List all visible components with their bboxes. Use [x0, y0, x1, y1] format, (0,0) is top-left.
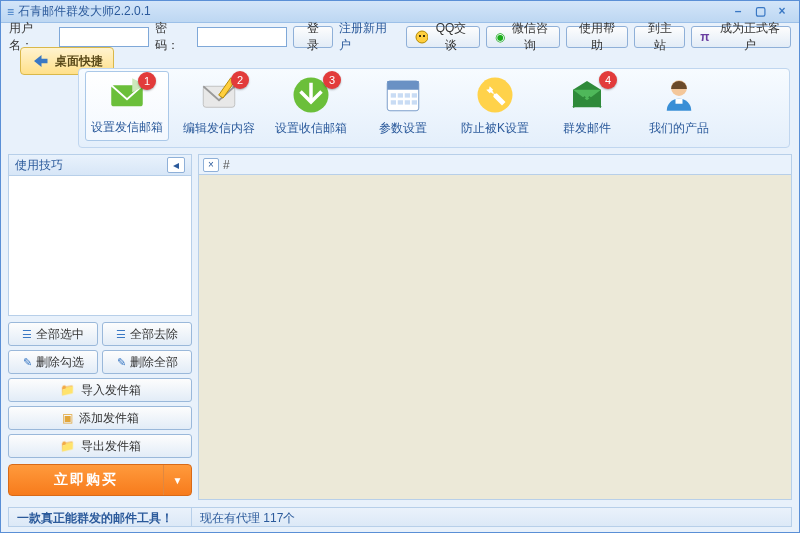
wechat-consult-button[interactable]: ◉ 微信咨询: [486, 26, 561, 48]
toolbtn-label: 防止被K设置: [461, 120, 529, 137]
side-panel: 使用技巧 ◂ ☰全部选中 ☰全部去除 ✎删除勾选 ✎删除全部 📁导入发件箱 ▣添…: [8, 154, 192, 500]
toolbtn-label: 设置发信邮箱: [91, 119, 163, 136]
plus-box-icon: ▣: [62, 411, 73, 425]
param-settings-icon: [382, 74, 424, 116]
qq-chat-button[interactable]: QQ交谈: [406, 26, 480, 48]
toolbtn-param-settings[interactable]: 参数设置: [361, 71, 445, 141]
svg-rect-15: [398, 100, 403, 104]
tips-header: 使用技巧 ◂: [8, 154, 192, 176]
app-icon: ≡: [7, 5, 14, 19]
status-left: 一款真正能群发的邮件工具！: [8, 507, 192, 527]
content-tabs: × #: [198, 154, 792, 174]
badge: 3: [323, 71, 341, 89]
qq-icon: [415, 30, 428, 44]
toolbtn-set-send-mailbox[interactable]: 1设置发信邮箱: [85, 71, 169, 141]
svg-point-2: [423, 35, 425, 37]
toolbtn-label: 群发邮件: [563, 120, 611, 137]
chevron-down-icon[interactable]: ▼: [163, 465, 191, 495]
toolbtn-mass-send[interactable]: 4群发邮件: [545, 71, 629, 141]
svg-rect-13: [412, 93, 417, 97]
badge: 4: [599, 71, 617, 89]
eraser-icon: ✎: [117, 356, 126, 369]
delete-checked-button[interactable]: ✎删除勾选: [8, 350, 98, 374]
import-sendbox-button[interactable]: 📁导入发件箱: [8, 378, 192, 402]
username-input[interactable]: [59, 27, 149, 47]
toolbtn-label: 参数设置: [379, 120, 427, 137]
maximize-button[interactable]: ▢: [749, 4, 771, 20]
toolbtn-our-products[interactable]: 我们的产品: [637, 71, 721, 141]
list-icon: ☰: [116, 328, 126, 341]
badge: 1: [138, 72, 156, 90]
tips-title: 使用技巧: [15, 157, 63, 174]
list-icon: ☰: [22, 328, 32, 341]
toolbtn-label: 编辑发信内容: [183, 120, 255, 137]
content-area: × #: [198, 154, 792, 500]
eraser-icon: ✎: [23, 356, 32, 369]
register-link[interactable]: 注册新用户: [339, 20, 394, 54]
svg-rect-9: [387, 81, 419, 90]
export-sendbox-button[interactable]: 📁导出发件箱: [8, 434, 192, 458]
add-sendbox-button[interactable]: ▣添加发件箱: [8, 406, 192, 430]
tips-toggle-button[interactable]: ◂: [167, 157, 185, 173]
password-input[interactable]: [197, 27, 287, 47]
folder-out-icon: 📁: [60, 439, 75, 453]
wechat-icon: ◉: [495, 30, 505, 44]
mainsite-button[interactable]: 到主站: [634, 26, 685, 48]
password-label: 密 码：: [155, 20, 191, 54]
svg-rect-16: [405, 100, 410, 104]
delete-all-button[interactable]: ✎删除全部: [102, 350, 192, 374]
badge: 2: [231, 71, 249, 89]
tab-close-button[interactable]: ×: [203, 158, 219, 172]
buy-now-button[interactable]: 立即购买 ▼: [8, 464, 192, 496]
become-customer-button[interactable]: 成为正式客户: [691, 26, 791, 48]
main-toolbar: 1设置发信邮箱2编辑发信内容3设置收信邮箱参数设置防止被K设置4群发邮件我们的产…: [78, 68, 790, 148]
svg-point-0: [416, 31, 428, 43]
select-all-button[interactable]: ☰全部选中: [8, 322, 98, 346]
minimize-button[interactable]: –: [727, 4, 749, 20]
toolbtn-set-recv-mailbox[interactable]: 3设置收信邮箱: [269, 71, 353, 141]
tips-body: [8, 176, 192, 316]
svg-rect-14: [391, 100, 396, 104]
svg-rect-11: [398, 93, 403, 97]
svg-rect-12: [405, 93, 410, 97]
window-title: 石青邮件群发大师2.2.0.1: [18, 3, 151, 20]
anti-k-settings-icon: [474, 74, 516, 116]
toolbtn-anti-k-settings[interactable]: 防止被K设置: [453, 71, 537, 141]
toolbtn-label: 我们的产品: [649, 120, 709, 137]
titlebar: ≡ 石青邮件群发大师2.2.0.1 – ▢ ×: [1, 1, 799, 23]
folder-in-icon: 📁: [60, 383, 75, 397]
svg-rect-17: [412, 100, 417, 104]
login-button[interactable]: 登录: [293, 26, 333, 48]
status-bar: 一款真正能群发的邮件工具！ 现在有代理 117个: [8, 507, 792, 527]
our-products-icon: [658, 74, 700, 116]
svg-rect-20: [676, 99, 683, 104]
help-button[interactable]: 使用帮助: [566, 26, 628, 48]
svg-point-1: [419, 35, 421, 37]
tab-hash: #: [223, 158, 230, 172]
login-bar: 用户名： 密 码： 登录 注册新用户 QQ交谈 ◉ 微信咨询 使用帮助 到主站 …: [1, 23, 799, 51]
remove-all-button[interactable]: ☰全部去除: [102, 322, 192, 346]
arrow-icon: [31, 52, 49, 70]
toolbtn-edit-send-content[interactable]: 2编辑发信内容: [177, 71, 261, 141]
status-right: 现在有代理 117个: [192, 507, 792, 527]
content-body: [198, 174, 792, 500]
close-button[interactable]: ×: [771, 4, 793, 20]
svg-rect-10: [391, 93, 396, 97]
toolbtn-label: 设置收信邮箱: [275, 120, 347, 137]
